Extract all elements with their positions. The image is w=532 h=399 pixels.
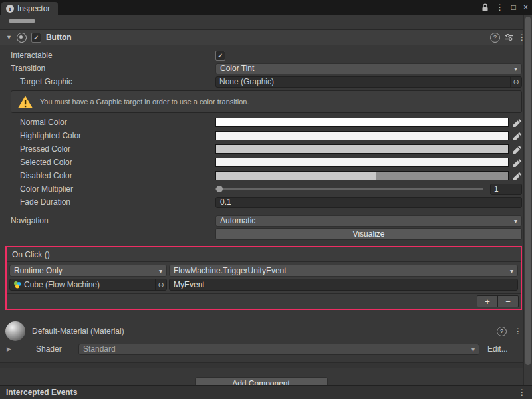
visualize-button-label: Visualize bbox=[353, 229, 385, 239]
color-row-label: Pressed Color bbox=[0, 144, 215, 154]
event-function-dropdown[interactable]: FlowMachine.TriggerUnityEvent ▾ bbox=[169, 265, 518, 277]
clipped-previous-component bbox=[0, 15, 532, 29]
event-target-object-field[interactable]: Cube (Flow Machine) ⊙ bbox=[9, 279, 167, 291]
info-icon: i bbox=[6, 5, 14, 13]
color-row-label: Selected Color bbox=[0, 158, 215, 167]
shader-dropdown[interactable]: Standard ▾ bbox=[78, 344, 479, 355]
transition-row: Transition Color Tint ▾ bbox=[0, 62, 532, 75]
on-click-entry: Runtime Only ▾ FlowMachine.TriggerUnityE… bbox=[7, 262, 521, 293]
vertical-scrollbar[interactable] bbox=[523, 15, 532, 385]
on-click-event-box: On Click () Runtime Only ▾ FlowMachine.T… bbox=[5, 246, 522, 310]
window-controls: ⋮ □ × bbox=[481, 0, 528, 15]
foldout-closed-icon[interactable]: ▶ bbox=[5, 346, 15, 352]
chevron-down-icon: ▾ bbox=[471, 346, 475, 353]
color-row: Selected Color bbox=[0, 156, 532, 169]
maximize-icon[interactable]: □ bbox=[511, 3, 516, 11]
eyedropper-icon[interactable] bbox=[513, 132, 522, 140]
transition-value: Color Tint bbox=[220, 64, 254, 73]
chevron-down-icon: ▾ bbox=[514, 217, 517, 225]
event-list-footer: + − bbox=[7, 293, 521, 309]
remove-event-button[interactable]: − bbox=[498, 296, 518, 307]
event-argument-field[interactable]: MyEvent bbox=[169, 279, 518, 291]
event-mode-dropdown[interactable]: Runtime Only ▾ bbox=[9, 265, 167, 277]
eyedropper-icon[interactable] bbox=[513, 172, 522, 180]
color-row: Pressed Color bbox=[0, 142, 532, 156]
shader-label: Shader bbox=[36, 344, 73, 354]
window-menu-icon[interactable]: ⋮ bbox=[496, 3, 504, 11]
interactable-row: Interactable ✓ bbox=[0, 49, 532, 62]
button-component-header[interactable]: ▼ ✓ Button ? ⋮ bbox=[0, 29, 532, 45]
event-function-value: FlowMachine.TriggerUnityEvent bbox=[174, 266, 287, 275]
close-icon[interactable]: × bbox=[523, 3, 528, 11]
event-mode-value: Runtime Only bbox=[14, 266, 63, 275]
eyedropper-icon[interactable] bbox=[513, 158, 522, 167]
shader-value: Standard bbox=[83, 344, 116, 354]
lock-icon[interactable] bbox=[481, 3, 489, 12]
chevron-down-icon: ▾ bbox=[510, 267, 513, 275]
eyedropper-icon[interactable] bbox=[513, 145, 522, 154]
on-click-header: On Click () bbox=[7, 247, 521, 262]
shader-row: ▶ Shader Standard ▾ Edit... bbox=[5, 342, 522, 356]
color-row: Normal Color bbox=[0, 116, 532, 129]
fade-duration-field[interactable]: 0.1 bbox=[215, 197, 522, 208]
target-graphic-row: Target Graphic None (Graphic) ⊙ bbox=[0, 75, 532, 88]
navigation-value: Automatic bbox=[220, 216, 255, 225]
add-event-button[interactable]: + bbox=[477, 296, 498, 307]
color-row-label: Disabled Color bbox=[0, 171, 215, 180]
scrollbar-thumb[interactable] bbox=[525, 17, 531, 365]
material-menu-icon[interactable]: ⋮ bbox=[514, 327, 522, 336]
navigation-dropdown[interactable]: Automatic ▾ bbox=[215, 215, 522, 227]
color-row-label: Normal Color bbox=[0, 118, 215, 127]
help-icon[interactable]: ? bbox=[497, 327, 507, 336]
presets-icon[interactable] bbox=[505, 34, 513, 41]
intercepted-events-bar[interactable]: Intercepted Events ⋮ bbox=[0, 385, 532, 399]
foldout-open-icon[interactable]: ▼ bbox=[6, 34, 12, 41]
color-multiplier-label: Color Multiplier bbox=[0, 184, 215, 194]
tab-label: Inspector bbox=[17, 4, 50, 13]
color-swatch[interactable] bbox=[215, 171, 509, 180]
shader-edit-button[interactable]: Edit... bbox=[485, 344, 522, 354]
component-enabled-checkbox[interactable]: ✓ bbox=[31, 33, 41, 43]
interactable-checkbox[interactable]: ✓ bbox=[215, 51, 225, 61]
slider-track bbox=[215, 188, 483, 190]
material-preview-sphere bbox=[5, 321, 25, 341]
color-row-label: Highlighted Color bbox=[0, 131, 215, 140]
visualize-row: Visualize bbox=[0, 227, 532, 241]
object-picker-icon[interactable]: ⊙ bbox=[155, 279, 166, 290]
eyedropper-icon[interactable] bbox=[513, 118, 522, 127]
color-multiplier-value: 1 bbox=[494, 184, 499, 194]
interactable-label: Interactable bbox=[0, 51, 215, 60]
navigation-row: Navigation Automatic ▾ bbox=[0, 214, 532, 227]
color-row: Disabled Color bbox=[0, 169, 532, 182]
target-graphic-object-field[interactable]: None (Graphic) ⊙ bbox=[215, 76, 522, 88]
event-target-value: Cube (Flow Machine) bbox=[24, 280, 100, 289]
button-component-icon bbox=[17, 33, 27, 43]
titlebar: i Inspector ⋮ □ × bbox=[0, 0, 532, 15]
visualize-button[interactable]: Visualize bbox=[215, 228, 522, 240]
slider-thumb[interactable] bbox=[216, 186, 223, 192]
clipped-control-fragment bbox=[9, 19, 35, 23]
transition-dropdown[interactable]: Color Tint ▾ bbox=[215, 63, 522, 74]
fade-duration-row: Fade Duration 0.1 bbox=[0, 196, 532, 209]
material-section: Default-Material (Material) ? ⋮ ▶ Shader… bbox=[0, 317, 532, 357]
color-swatch[interactable] bbox=[215, 158, 509, 167]
material-header[interactable]: Default-Material (Material) ? ⋮ bbox=[5, 320, 522, 342]
flow-machine-icon bbox=[13, 281, 21, 289]
color-swatch[interactable] bbox=[215, 118, 509, 127]
color-swatch[interactable] bbox=[215, 131, 509, 140]
material-title: Default-Material (Material) bbox=[32, 327, 124, 336]
on-click-title: On Click () bbox=[12, 250, 50, 259]
tab-inspector[interactable]: i Inspector bbox=[1, 2, 58, 15]
object-picker-icon[interactable]: ⊙ bbox=[510, 77, 521, 87]
color-row: Highlighted Color bbox=[0, 129, 532, 142]
target-graphic-value: None (Graphic) bbox=[219, 77, 274, 86]
footer-menu-icon[interactable]: ⋮ bbox=[518, 388, 526, 397]
graphic-warning-box: You must have a Graphic target in order … bbox=[11, 90, 522, 113]
help-icon[interactable]: ? bbox=[490, 33, 500, 43]
color-multiplier-slider[interactable] bbox=[215, 184, 483, 194]
color-multiplier-field[interactable]: 1 bbox=[490, 184, 522, 195]
component-title: Button bbox=[46, 33, 72, 42]
fade-duration-value: 0.1 bbox=[220, 198, 231, 207]
color-multiplier-row: Color Multiplier 1 bbox=[0, 182, 532, 196]
color-swatch[interactable] bbox=[215, 144, 509, 154]
